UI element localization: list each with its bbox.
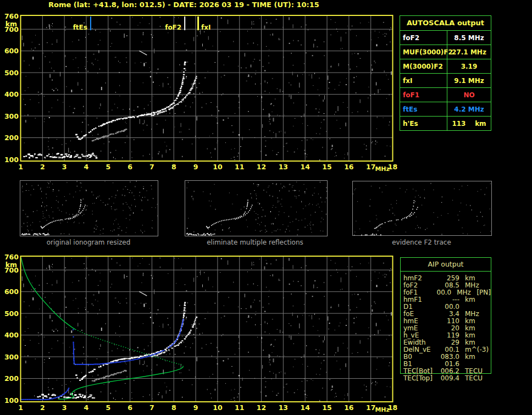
svg-text:6: 6: [128, 403, 132, 412]
svg-text:17: 17: [366, 163, 375, 171]
svg-text:200: 200: [4, 374, 19, 383]
autoscala-table-row: foF1 NO: [400, 87, 491, 102]
svg-text:5: 5: [106, 403, 110, 412]
parameter-value: 4.2 MHz: [447, 106, 491, 113]
svg-text:10: 10: [213, 163, 223, 171]
y-axis-unit: km: [5, 20, 17, 28]
svg-text:7: 7: [149, 163, 154, 171]
parameter-value: 009.4: [440, 375, 459, 382]
svg-text:14: 14: [301, 163, 311, 171]
series-f-trace-extraordinary: [151, 317, 198, 357]
thumbnail-original-ionogram-image: [20, 181, 158, 236]
parameter-name: M(3000)F2: [400, 59, 447, 73]
svg-text:13: 13: [279, 163, 288, 171]
x-axis-unit: MHz: [375, 165, 390, 173]
thumbnail-caption-original: original ionogram resized: [17, 239, 160, 246]
svg-text:100: 100: [4, 156, 19, 164]
x-axis-unit: MHz: [375, 406, 390, 413]
svg-text:9: 9: [193, 163, 198, 171]
series-aip-profile-bottomside: [58, 366, 183, 400]
svg-text:3: 3: [62, 403, 67, 412]
autoscala-output-table: AUTOSCALA output foF2 8.5 MHz MUF(3000)F…: [400, 15, 491, 131]
svg-text:13: 13: [279, 403, 288, 412]
svg-text:11: 11: [235, 403, 244, 412]
series-interference-streak: [139, 51, 147, 55]
svg-text:16: 16: [344, 163, 354, 171]
svg-text:600: 600: [4, 287, 19, 296]
ionogram-plot: ftEsfoF2fxI123456789101112131415161718MH…: [0, 0, 401, 175]
thumbnail-content: [353, 183, 491, 235]
svg-text:4: 4: [84, 403, 89, 412]
svg-text:10: 10: [213, 403, 223, 412]
svg-text:2: 2: [40, 163, 45, 171]
svg-text:200: 200: [4, 134, 19, 142]
plot-border: [21, 15, 393, 161]
parameter-value: 00.0: [434, 289, 451, 296]
svg-text:600: 600: [4, 47, 19, 55]
parameter-name: MUF(3000)F2: [400, 45, 447, 59]
axis-labels: 123456789101112131415161718MHz7607006005…: [4, 253, 397, 413]
autoscala-screen: Rome (lat: +41.8, lon: 012.5) - DATE: 20…: [0, 0, 532, 415]
svg-text:1: 1: [18, 403, 23, 412]
parameter-unit: km: [465, 296, 487, 303]
grid-lines: [21, 15, 393, 161]
series-interference-streak: [139, 291, 147, 296]
thumbnail-content: [186, 181, 327, 235]
svg-text:4: 4: [84, 163, 89, 171]
svg-text:2: 2: [40, 403, 45, 412]
thumbnail-eliminate-reflections: [185, 180, 328, 236]
axis-labels: 123456789101112131415161718MHz7607006005…: [4, 12, 397, 173]
parameter-unit: km: [465, 353, 487, 361]
parameter-value: 113 km: [447, 120, 491, 128]
svg-text:12: 12: [257, 403, 266, 412]
autoscala-table-rows: foF2 8.5 MHz MUF(3000)F2 27.1 MHz M(3000…: [400, 30, 491, 130]
svg-text:1: 1: [18, 163, 23, 171]
series-f-trace-ordinary: [75, 302, 186, 381]
thumbnail-evidence-f2-trace-image: [353, 181, 491, 235]
svg-text:12: 12: [257, 163, 266, 171]
aip-table-title: AIP output: [401, 258, 491, 272]
parameter-value: 8.5 MHz: [447, 34, 491, 42]
svg-text:300: 300: [4, 112, 19, 120]
parameter-name: foF1: [400, 88, 447, 102]
parameter-name: foF2: [400, 31, 447, 45]
autoscala-table-row: foF2 8.5 MHz: [400, 30, 491, 45]
svg-text:9: 9: [193, 403, 198, 412]
thumbnail-content: [21, 181, 158, 235]
svg-text:3: 3: [62, 163, 67, 171]
svg-text:100: 100: [4, 396, 19, 405]
svg-text:17: 17: [366, 403, 375, 412]
aip-table-row: TEC[Top] 009.4 TECU: [401, 375, 491, 382]
autoscala-table-title: AUTOSCALA output: [400, 16, 491, 30]
grid-lines: [21, 256, 393, 402]
svg-text:15: 15: [322, 403, 331, 412]
y-axis-unit: km: [5, 261, 17, 269]
marker-label: foF2: [165, 24, 181, 31]
svg-text:7: 7: [149, 403, 154, 412]
svg-text:500: 500: [4, 309, 19, 318]
parameter-name: ftEs: [400, 102, 447, 116]
thumbnail-eliminate-reflections-image: [185, 181, 327, 236]
marker-label: fxI: [201, 24, 210, 31]
autoscala-table-row: MUF(3000)F2 27.1 MHz: [400, 45, 491, 59]
autoscala-table-row: ftEs 4.2 MHz: [400, 102, 491, 116]
series-f-trace-ordinary: [75, 62, 186, 140]
autoscala-table-row: M(3000)F2 3.19: [400, 59, 491, 73]
svg-text:8: 8: [171, 403, 176, 412]
svg-text:15: 15: [322, 163, 331, 171]
thumbnail-evidence-f2-trace: [352, 181, 492, 236]
svg-text:400: 400: [4, 331, 19, 339]
thumbnail-caption-eliminate: eliminate multiple reflections: [184, 239, 326, 246]
marker-label: ftEs: [73, 24, 87, 31]
parameter-flag: [PN]: [476, 289, 491, 296]
series-aip-profile-topside: [21, 257, 75, 329]
parameter-name: TEC[Top]: [401, 375, 440, 382]
parameter-name: fxI: [400, 74, 447, 87]
series-second-reflection: [92, 129, 127, 141]
svg-text:500: 500: [4, 69, 19, 77]
parameter-name: h'Es: [400, 117, 447, 130]
parameter-value: NO: [447, 91, 491, 99]
aip-table-rows: hmF2 259 km foF2 08.5 MHz foF1 00.0 MHz …: [401, 272, 491, 382]
autoscala-table-row: h'Es 113 km: [400, 116, 491, 130]
svg-text:14: 14: [301, 403, 311, 412]
